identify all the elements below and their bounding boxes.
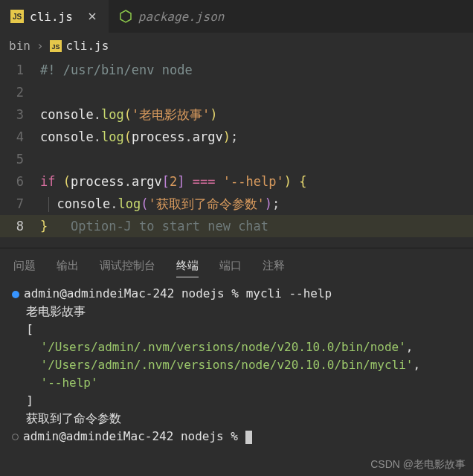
terminal-text: nodejs <box>181 286 225 300</box>
code-text: log <box>101 107 124 122</box>
tab-label: package.json <box>138 10 225 24</box>
close-icon[interactable] <box>86 10 98 22</box>
ghost-text: Option-J to start new chat <box>71 219 268 234</box>
bottom-panel: 问题 输出 调试控制台 终端 端口 注释 admin@admindeiMac-2… <box>0 248 473 453</box>
svg-marker-2 <box>120 10 131 22</box>
code-text: === <box>193 174 216 189</box>
nodejs-icon <box>119 10 132 23</box>
terminal-text: mycli --help <box>246 286 332 300</box>
code-text: #! /usr/bin/env node <box>40 62 193 77</box>
tab-bar: JS cli.js package.json <box>0 0 473 33</box>
svg-text:JS: JS <box>51 43 59 51</box>
js-icon: JS <box>10 10 24 23</box>
terminal-text: nodejs <box>181 429 224 443</box>
terminal-text: admin@admindeiMac-242 <box>23 429 173 443</box>
panel-tab-output[interactable]: 输出 <box>57 259 79 273</box>
line-number: 1 <box>0 59 40 81</box>
tab-cli-js[interactable]: JS cli.js <box>0 0 109 33</box>
terminal-cursor <box>245 431 252 444</box>
terminal-text: '--help' <box>41 376 98 390</box>
panel-tab-comments[interactable]: 注释 <box>263 259 285 273</box>
panel-tab-bar: 问题 输出 调试控制台 终端 端口 注释 <box>0 248 473 280</box>
panel-tab-terminal[interactable]: 终端 <box>176 259 199 273</box>
breadcrumb-file[interactable]: JS cli.js <box>50 39 109 53</box>
watermark: CSDN @老电影故事 <box>370 458 466 472</box>
code-text: '--help' <box>223 174 284 189</box>
line-number: 8 <box>0 215 40 237</box>
code-text: '老电影故事' <box>132 107 210 122</box>
code-text: '获取到了命令参数' <box>148 196 264 211</box>
tab-package-json[interactable]: package.json <box>109 0 235 33</box>
svg-text:JS: JS <box>13 13 22 21</box>
prompt-dot-icon <box>12 291 19 298</box>
panel-tab-ports[interactable]: 端口 <box>219 259 242 273</box>
code-text: argv <box>193 129 223 144</box>
code-text: process <box>71 174 124 189</box>
panel-tab-problems[interactable]: 问题 <box>13 259 36 273</box>
prompt-dot-icon <box>12 434 19 440</box>
js-icon: JS <box>50 40 62 52</box>
line-number: 2 <box>0 81 40 103</box>
chevron-right-icon: › <box>36 39 44 53</box>
terminal-text: '/Users/admin/.nvm/versions/node/v20.10.… <box>41 340 406 354</box>
line-number: 7 <box>0 193 40 215</box>
code-text: console <box>57 196 111 211</box>
breadcrumb: bin › JS cli.js <box>0 33 473 59</box>
line-number: 5 <box>0 148 40 170</box>
terminal-text: admin@admindeiMac-242 <box>24 286 174 300</box>
terminal-text: [ <box>26 322 33 336</box>
code-text: console <box>40 129 94 144</box>
breadcrumb-file-label: cli.js <box>66 39 109 53</box>
terminal-text: 获取到了命令参数 <box>26 411 121 425</box>
line-number: 3 <box>0 103 40 126</box>
code-text: argv <box>132 174 162 189</box>
line-number: 4 <box>0 126 40 148</box>
code-text: log <box>101 129 124 144</box>
terminal[interactable]: admin@admindeiMac-242 nodejs % mycli --h… <box>0 280 473 453</box>
tab-label: cli.js <box>30 10 73 24</box>
terminal-text: 老电影故事 <box>26 304 86 318</box>
line-number: 6 <box>0 170 40 193</box>
code-text: log <box>118 196 141 211</box>
code-text: console <box>40 107 94 122</box>
panel-tab-debug-console[interactable]: 调试控制台 <box>100 259 155 273</box>
terminal-text: ] <box>26 393 33 408</box>
code-text: 2 <box>170 174 177 189</box>
code-text: process <box>132 129 185 144</box>
breadcrumb-folder[interactable]: bin <box>9 39 30 53</box>
terminal-text: '/Users/admin/.nvm/versions/node/v20.10.… <box>41 358 414 372</box>
code-text: if <box>40 174 55 189</box>
code-editor[interactable]: 1#! /usr/bin/env node 2 3console.log('老电… <box>0 59 473 237</box>
